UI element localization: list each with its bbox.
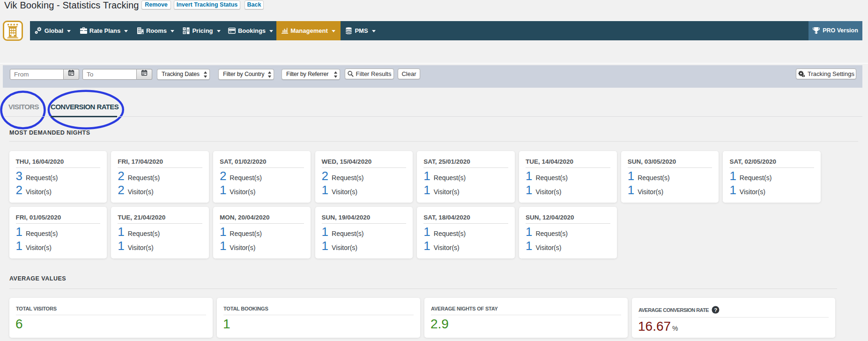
svg-text:?: ? (714, 307, 717, 313)
